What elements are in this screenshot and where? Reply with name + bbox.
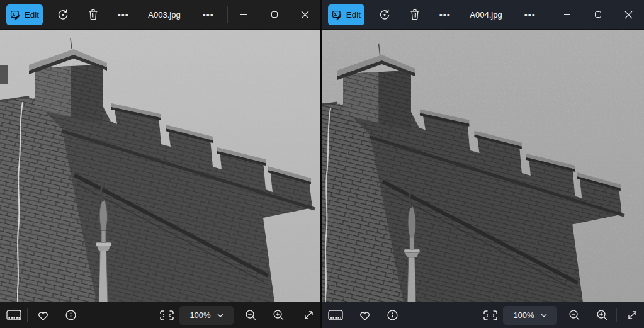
- toolbar-divider: [616, 308, 617, 322]
- chevron-down-icon: [541, 314, 547, 317]
- fit-to-window-icon[interactable]: [483, 308, 498, 323]
- filmstrip-icon[interactable]: [6, 308, 21, 323]
- screen: Edit ••• A003.jpg ••: [0, 0, 644, 328]
- overflow-menu-icon[interactable]: •••: [520, 4, 540, 25]
- close-button[interactable]: [290, 0, 320, 29]
- more-options-icon[interactable]: •••: [113, 4, 133, 25]
- edit-image-icon: [10, 9, 21, 20]
- overflow-menu-icon[interactable]: •••: [198, 4, 218, 25]
- maximize-button[interactable]: [582, 0, 613, 29]
- filmstrip-icon[interactable]: [328, 308, 343, 323]
- favorite-icon[interactable]: [357, 308, 372, 323]
- edit-button-label: Edit: [346, 10, 361, 20]
- zoom-level-dropdown[interactable]: 100%: [179, 306, 234, 325]
- zoom-level-value: 100%: [513, 310, 534, 320]
- toolbar-divider: [349, 308, 349, 322]
- zoom-in-icon[interactable]: [271, 308, 286, 323]
- zoom-out-icon[interactable]: [567, 308, 582, 323]
- edit-button[interactable]: Edit: [328, 4, 364, 25]
- filename-label: A004.jpg: [458, 10, 514, 20]
- zoom-out-icon[interactable]: [243, 308, 258, 323]
- minimize-icon: [240, 14, 247, 14]
- rotate-icon[interactable]: [53, 4, 73, 25]
- maximize-icon: [595, 11, 601, 18]
- edit-image-icon: [332, 9, 342, 20]
- fullscreen-icon[interactable]: [624, 308, 640, 323]
- zoom-in-icon[interactable]: [594, 308, 609, 323]
- minimize-button[interactable]: [551, 0, 582, 29]
- toolbar-divider: [293, 308, 293, 322]
- minimize-button[interactable]: [228, 0, 259, 29]
- bottom-toolbar: 100%: [0, 302, 320, 328]
- maximize-icon: [271, 11, 278, 18]
- photo-canvas[interactable]: [322, 29, 644, 302]
- fullscreen-icon[interactable]: [301, 308, 316, 323]
- delete-icon[interactable]: [405, 4, 425, 25]
- edit-button[interactable]: Edit: [6, 4, 43, 25]
- edit-button-label: Edit: [25, 10, 39, 20]
- info-icon[interactable]: [385, 308, 400, 323]
- close-icon: [301, 11, 309, 19]
- photos-window-a004: Edit ••• A004.jpg ••: [322, 0, 644, 328]
- delete-icon[interactable]: [83, 4, 103, 25]
- close-button[interactable]: [613, 0, 644, 29]
- bottom-toolbar: 100%: [322, 302, 644, 328]
- minimize-icon: [564, 14, 570, 14]
- maximize-button[interactable]: [259, 0, 290, 29]
- titlebar: Edit ••• A004.jpg ••: [322, 0, 644, 29]
- close-icon: [624, 11, 633, 19]
- zoom-level-dropdown[interactable]: 100%: [503, 306, 557, 325]
- titlebar: Edit ••• A003.jpg ••: [0, 0, 320, 29]
- favorite-icon[interactable]: [35, 308, 50, 323]
- photo-canvas[interactable]: [0, 29, 320, 302]
- zoom-level-value: 100%: [189, 310, 210, 320]
- photos-window-a003: Edit ••• A003.jpg ••: [0, 0, 320, 328]
- rotate-icon[interactable]: [375, 4, 395, 25]
- toolbar-divider: [27, 308, 28, 322]
- fit-to-window-icon[interactable]: [159, 308, 174, 323]
- info-icon[interactable]: [63, 308, 78, 323]
- filename-label: A003.jpg: [136, 10, 193, 20]
- chevron-down-icon: [217, 314, 223, 317]
- more-options-icon[interactable]: •••: [435, 4, 455, 25]
